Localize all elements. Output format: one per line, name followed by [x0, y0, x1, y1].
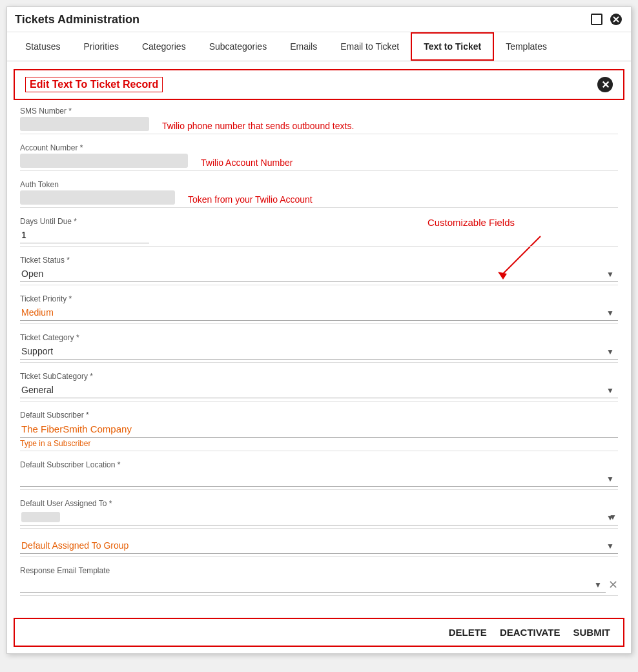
ticket-subcategory-select-wrapper: General Billing Technical [20, 382, 618, 398]
ticket-priority-group: Ticket Priority * Medium Low High [20, 294, 618, 324]
response-email-template-group: Response Email Template ✕ [20, 566, 618, 596]
account-number-row: Twilio Account Number [20, 154, 618, 168]
tab-templates[interactable]: Templates [494, 32, 559, 61]
account-number-label: Account Number * [20, 143, 618, 152]
default-subscriber-location-label: Default Subscriber Location * [20, 460, 618, 469]
assigned-group-select[interactable]: Default Assigned To Group [20, 538, 618, 554]
days-until-due-label: Days Until Due * [20, 217, 618, 226]
sms-number-group: SMS Number * Twilio phone number that se… [20, 107, 618, 134]
ticket-status-label: Ticket Status * [20, 256, 618, 265]
svg-rect-0 [592, 14, 602, 25]
ticket-category-select[interactable]: Support Billing Technical [20, 343, 618, 360]
ticket-subcategory-label: Ticket SubCategory * [20, 372, 618, 381]
sms-number-row: Twilio phone number that sends outbound … [20, 117, 618, 131]
auth-token-row: Token from your Twilio Account [20, 190, 618, 205]
response-template-select-wrapper [20, 576, 606, 593]
sms-number-input[interactable] [20, 117, 149, 131]
close-window-icon[interactable] [609, 12, 623, 26]
tab-statuses[interactable]: Statuses [14, 32, 72, 61]
user-assigned-chevron: ▼ [609, 513, 617, 522]
ticket-status-group: Ticket Status * Open Closed Pending [20, 256, 618, 285]
ticket-priority-label: Ticket Priority * [20, 294, 618, 303]
title-bar: Tickets Administration [7, 7, 631, 32]
window-title: Tickets Administration [15, 13, 139, 26]
form-footer: DELETE DEACTIVATE SUBMIT [14, 618, 624, 647]
response-email-template-label: Response Email Template [20, 566, 618, 575]
tab-categories[interactable]: Categories [130, 32, 198, 61]
sms-number-label: SMS Number * [20, 107, 618, 116]
tab-priorities[interactable]: Priorities [72, 32, 130, 61]
response-email-row: ✕ [20, 576, 618, 593]
ticket-category-group: Ticket Category * Support Billing Techni… [20, 333, 618, 363]
auth-token-hint: Token from your Twilio Account [188, 194, 313, 205]
auth-token-input[interactable] [20, 190, 175, 205]
account-number-group: Account Number * Twilio Account Number [20, 143, 618, 171]
default-user-assigned-label: Default User Assigned To * [20, 499, 618, 508]
ticket-category-select-wrapper: Support Billing Technical [20, 343, 618, 360]
tab-subcategories[interactable]: Subcategories [198, 32, 279, 61]
sms-number-hint: Twilio phone number that sends outbound … [162, 121, 354, 131]
default-user-assigned-group: Default User Assigned To * ▼ [20, 499, 618, 529]
account-number-input-wrapper [20, 154, 188, 168]
auth-token-input-wrapper [20, 190, 175, 205]
ticket-priority-select[interactable]: Medium Low High [20, 305, 618, 321]
response-template-clear-button[interactable]: ✕ [608, 578, 618, 592]
form-body: SMS Number * Twilio phone number that se… [7, 100, 631, 618]
delete-button[interactable]: DELETE [449, 627, 487, 638]
auth-token-group: Auth Token Token from your Twilio Accoun… [20, 180, 618, 208]
tab-emails[interactable]: Emails [278, 32, 329, 61]
account-number-hint: Twilio Account Number [201, 158, 293, 168]
default-subscriber-label: Default Subscriber * [20, 411, 618, 420]
default-subscriber-location-group: Default Subscriber Location * [20, 460, 618, 490]
ticket-status-select-wrapper: Open Closed Pending [20, 266, 618, 282]
nav-tabs: Statuses Priorities Categories Subcatego… [7, 32, 631, 61]
ticket-priority-select-wrapper: Medium Low High [20, 305, 618, 321]
main-window: Tickets Administration Statuses Prioriti… [6, 6, 632, 654]
user-assigned-blurred [21, 512, 60, 522]
ticket-subcategory-group: Ticket SubCategory * General Billing Tec… [20, 372, 618, 402]
submit-button[interactable]: SUBMIT [573, 627, 611, 638]
tab-email-to-ticket[interactable]: Email to Ticket [329, 32, 411, 61]
ticket-category-label: Ticket Category * [20, 333, 618, 342]
tab-text-to-ticket[interactable]: Text to Ticket [411, 32, 494, 61]
assigned-group-select-wrapper: Default Assigned To Group [20, 538, 618, 554]
subscriber-location-select[interactable] [20, 471, 618, 487]
response-template-select[interactable] [20, 576, 606, 593]
maximize-icon[interactable] [590, 12, 604, 26]
default-assigned-group-group: Default Assigned To Group [20, 538, 618, 557]
days-until-due-input[interactable] [20, 227, 149, 243]
form-header: Edit Text To Ticket Record ✕ [14, 69, 624, 100]
default-subscriber-input[interactable] [20, 421, 618, 438]
days-until-due-group: Days Until Due * [20, 217, 618, 247]
ticket-subcategory-select[interactable]: General Billing Technical [20, 382, 618, 398]
form-close-button[interactable]: ✕ [597, 77, 613, 92]
user-assigned-row: ▼ [20, 509, 618, 525]
days-and-annotation: Customizable Fields Days Until Due * Tic… [20, 217, 618, 324]
content-area: Edit Text To Ticket Record ✕ SMS Number … [7, 69, 631, 647]
sms-number-input-wrapper [20, 117, 149, 131]
subscriber-type-hint: Type in a Subscriber [20, 439, 618, 448]
default-subscriber-group: Default Subscriber * Type in a Subscribe… [20, 411, 618, 451]
user-assigned-select-wrapper: ▼ [20, 509, 618, 525]
deactivate-button[interactable]: DEACTIVATE [500, 627, 561, 638]
ticket-status-select[interactable]: Open Closed Pending [20, 266, 618, 282]
auth-token-label: Auth Token [20, 180, 618, 189]
account-number-input[interactable] [20, 154, 188, 168]
form-title: Edit Text To Ticket Record [25, 77, 163, 92]
window-controls [590, 12, 623, 26]
subscriber-location-select-wrapper [20, 471, 618, 487]
